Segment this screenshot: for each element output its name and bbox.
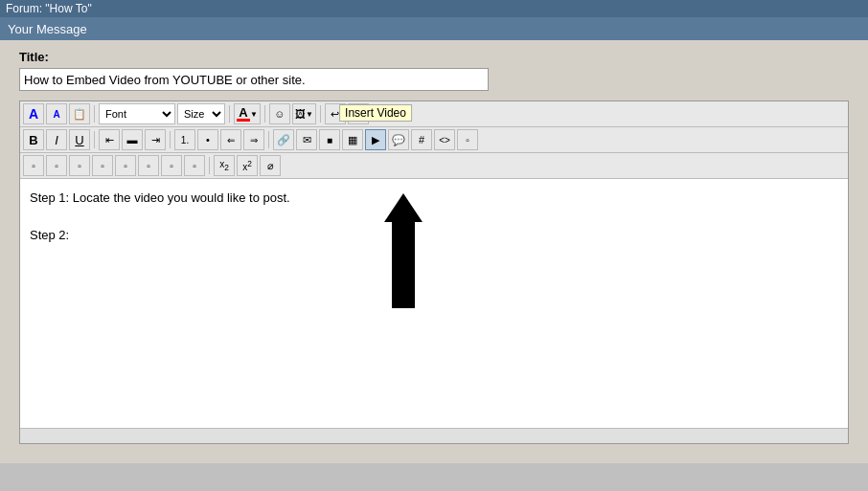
unordered-list-btn[interactable]: • xyxy=(197,129,218,150)
font-color-icon: A xyxy=(237,106,250,122)
editor-bottom-bar xyxy=(20,428,848,443)
hash-btn[interactable]: # xyxy=(411,129,432,150)
r8-icon: ▫ xyxy=(193,161,196,171)
clipboard-btn[interactable]: 📋 xyxy=(69,103,90,124)
r6-btn[interactable]: ▫ xyxy=(138,155,159,176)
sep1 xyxy=(94,105,95,123)
insert-video-icon: ▶ xyxy=(372,134,379,146)
italic-btn[interactable]: I xyxy=(46,129,67,150)
title-label: Title: xyxy=(19,50,849,64)
hash-icon: # xyxy=(419,134,424,145)
font-size-large-btn[interactable]: A xyxy=(23,103,44,124)
image-icon: ■ xyxy=(327,135,332,145)
indent-btn[interactable]: ⇒ xyxy=(243,129,264,150)
indent-icon: ⇒ xyxy=(250,135,258,145)
r2-icon: ▫ xyxy=(55,161,58,171)
align-right-btn[interactable]: ⇥ xyxy=(145,129,166,150)
toolbar-row-1: A A 📋 Font Arial Times New Roman Verdana… xyxy=(20,101,848,127)
code2-icon: ▫ xyxy=(466,135,469,145)
bold-icon: B xyxy=(29,133,37,147)
underline-btn[interactable]: U xyxy=(69,129,90,150)
ordered-list-icon: 1. xyxy=(181,135,189,145)
link-btn[interactable]: 🔗 xyxy=(273,129,294,150)
sep7 xyxy=(268,131,269,148)
font-size-small-btn[interactable]: A xyxy=(46,103,67,124)
emoji-icon: ☺ xyxy=(274,108,285,120)
insert-media-btn[interactable]: 🖼 ▼ xyxy=(292,103,316,124)
table-icon: ▦ xyxy=(348,134,357,146)
r8-btn[interactable]: ▫ xyxy=(184,155,205,176)
superscript-btn[interactable]: x2 xyxy=(237,155,258,176)
editor-content[interactable]: Step 1: Locate the video you would like … xyxy=(20,179,848,428)
underline-icon: U xyxy=(75,133,83,147)
font-large-icon: A xyxy=(29,106,38,122)
r4-icon: ▫ xyxy=(101,161,104,171)
align-center-btn[interactable]: ▬ xyxy=(122,129,143,150)
insert-media-icon: 🖼 xyxy=(295,108,306,120)
r6-icon: ▫ xyxy=(147,161,150,171)
outdent-icon: ⇐ xyxy=(227,135,235,145)
undo-icon: ↩ xyxy=(331,108,339,121)
subscript-btn[interactable]: x2 xyxy=(214,155,235,176)
clipboard-icon: 📋 xyxy=(73,108,86,121)
sep5 xyxy=(94,131,95,148)
size-select[interactable]: Size 8 10 12 14 xyxy=(177,103,225,124)
your-message-label: Your Message xyxy=(8,22,87,36)
sep3 xyxy=(264,105,265,123)
r7-icon: ▫ xyxy=(170,161,173,171)
emoji-btn[interactable]: ☺ xyxy=(269,103,290,124)
sep4 xyxy=(320,105,321,123)
your-message-bar: Your Message xyxy=(0,17,868,40)
content-line1: Step 1: Locate the video you would like … xyxy=(30,189,838,208)
quote-icon: 💬 xyxy=(392,134,405,146)
superscript-icon: x2 xyxy=(242,159,252,172)
code2-btn[interactable]: ▫ xyxy=(457,129,478,150)
font-select[interactable]: Font Arial Times New Roman Verdana xyxy=(99,103,175,124)
code-icon: <> xyxy=(439,135,450,145)
email-icon: ✉ xyxy=(303,134,311,146)
dropdown-arrow-icon: ▼ xyxy=(250,110,258,119)
align-left-btn[interactable]: ⇤ xyxy=(99,129,120,150)
toolbar-row-2: B I U ⇤ ▬ ⇥ 1. • xyxy=(20,127,848,153)
font-small-icon: A xyxy=(53,109,59,120)
align-right-icon: ⇥ xyxy=(151,134,160,146)
clearformat-icon: ⌀ xyxy=(267,160,274,172)
ordered-list-btn[interactable]: 1. xyxy=(174,129,195,150)
r7-btn[interactable]: ▫ xyxy=(161,155,182,176)
subscript-icon: x2 xyxy=(219,159,229,172)
clearformat-btn[interactable]: ⌀ xyxy=(260,155,281,176)
content-line2: Step 2: xyxy=(30,226,838,245)
link-icon: 🔗 xyxy=(277,134,290,146)
table-btn[interactable]: ▦ xyxy=(342,129,363,150)
r3-icon: ▫ xyxy=(78,161,81,171)
insert-video-tooltip: Insert Video xyxy=(339,104,412,122)
insert-video-btn[interactable]: ▶ xyxy=(365,129,386,150)
r5-btn[interactable]: ▫ xyxy=(115,155,136,176)
sep2 xyxy=(229,105,230,123)
sep8 xyxy=(209,157,210,174)
editor-wrapper: Step 1: Locate the video you would like … xyxy=(20,179,848,428)
font-color-btn[interactable]: A ▼ xyxy=(234,103,261,124)
unordered-list-icon: • xyxy=(206,134,210,145)
r1-icon: ▫ xyxy=(32,161,35,171)
r2-btn[interactable]: ▫ xyxy=(46,155,67,176)
quote-btn[interactable]: 💬 xyxy=(388,129,409,150)
r1-btn[interactable]: ▫ xyxy=(23,155,44,176)
align-left-icon: ⇤ xyxy=(105,134,114,146)
insert-video-wrapper: ▶ Insert Video xyxy=(365,129,386,150)
image-btn[interactable]: ■ xyxy=(319,129,340,150)
title-input[interactable] xyxy=(19,68,489,91)
italic-icon: I xyxy=(55,133,58,147)
editor-container: A A 📋 Font Arial Times New Roman Verdana… xyxy=(19,100,849,444)
r5-icon: ▫ xyxy=(124,161,127,171)
outdent-btn[interactable]: ⇐ xyxy=(220,129,241,150)
r4-btn[interactable]: ▫ xyxy=(92,155,113,176)
code-btn[interactable]: <> xyxy=(434,129,455,150)
bold-btn[interactable]: B xyxy=(23,129,44,150)
toolbar-row-3: ▫ ▫ ▫ ▫ ▫ ▫ ▫ ▫ x2 x2 ⌀ xyxy=(20,153,848,179)
r3-btn[interactable]: ▫ xyxy=(69,155,90,176)
insert-media-arrow: ▼ xyxy=(306,110,313,119)
email-btn[interactable]: ✉ xyxy=(296,129,317,150)
forum-bar-text: Forum: "How To" xyxy=(6,2,92,15)
title-section: Title: xyxy=(19,50,849,91)
